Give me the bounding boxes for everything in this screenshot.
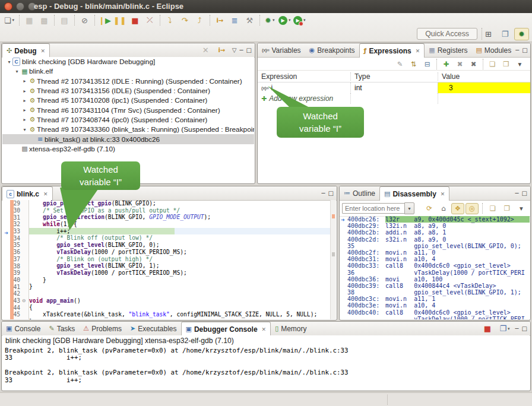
gutter-row[interactable]: 41 (2, 283, 28, 290)
minimize-icon[interactable]: ─ (515, 325, 519, 332)
show-type-names-icon[interactable]: ✎ (393, 58, 407, 69)
skip-all-breakpoints-icon[interactable]: ⊘ (77, 14, 92, 27)
expressions-tab-variables[interactable]: (x)=Variables (258, 43, 305, 57)
debug-launch-icon[interactable]: ✹▾ (262, 14, 277, 27)
debug-tree-item[interactable]: ≡blink_task() at blink.c:33 0x400dbc26 (2, 134, 254, 144)
editor-tab-blink.c[interactable]: cblink.c✕ (2, 186, 53, 201)
minimize-icon[interactable]: ─ (515, 47, 519, 53)
gutter-row[interactable]: 39 (2, 269, 28, 277)
fold-marker-icon[interactable]: ⊖ (20, 298, 27, 303)
save-icon[interactable]: ▦ (22, 14, 37, 27)
disconnect-icon[interactable]: ⤫ (142, 14, 157, 27)
debug-tree-item[interactable]: ▸⚙Thread #7 1073408744 (ipc0) (Suspended… (2, 115, 254, 125)
gutter-row[interactable]: 31 (2, 214, 28, 221)
overview-ruler[interactable] (330, 200, 336, 319)
collapse-all-icon[interactable]: ⊟ (420, 58, 434, 69)
sync-context-icon[interactable]: ❖ (451, 203, 464, 214)
external-tools-icon[interactable]: ▶▾ (292, 14, 307, 27)
tree-twisty-icon[interactable]: ▾ (21, 127, 28, 132)
debug-tree-item[interactable]: ▾▦blink.elf (2, 66, 254, 76)
view-menu-icon[interactable]: ▾ (515, 203, 528, 214)
tree-twisty-icon[interactable]: ▸ (21, 78, 28, 84)
debug-tree-item[interactable]: ▩xtensa-esp32-elf-gdb (7.10) (2, 144, 254, 154)
gutter-row[interactable]: 40 (2, 277, 28, 284)
maximize-icon[interactable]: □ (328, 190, 334, 196)
console-tab-memory[interactable]: ▯Memory (271, 322, 311, 335)
pin-view-icon[interactable]: ❐ (501, 203, 514, 214)
debug-perspective-icon[interactable]: ✹ (514, 28, 529, 40)
close-icon[interactable]: ✕ (262, 326, 267, 332)
run-launch-icon[interactable]: ▶▾ (277, 14, 292, 27)
view-menu-icon[interactable]: ▽ (232, 47, 237, 53)
show-logical-structures-icon[interactable]: ⇅ (407, 58, 420, 69)
trace-control-icon[interactable]: ⚒ (242, 14, 257, 27)
console-output[interactable]: Breakpoint 2, blink_task (pvParameter=0x… (2, 347, 530, 390)
terminate-console-icon[interactable]: ■ (480, 322, 495, 335)
expressions-tab-expressions[interactable]: ƒExpressions✕ (359, 43, 425, 58)
debug-tree-item[interactable]: ▸⚙Thread #2 1073413512 (IDLE : Running) … (2, 77, 254, 86)
expressions-tab-registers[interactable]: ▦Registers (425, 43, 471, 57)
console-tab-executables[interactable]: ➤Executables (126, 322, 181, 335)
new-view-icon[interactable]: ❏ (486, 58, 499, 69)
minimize-button[interactable] (16, 2, 24, 11)
gutter-row[interactable] (2, 318, 28, 321)
quick-access-button[interactable]: Quick Access (417, 28, 477, 40)
debug-tree-item[interactable]: ▸⚙Thread #6 1073431104 (Tmr Svc) (Suspen… (2, 105, 254, 115)
remove-all-expressions-icon[interactable]: ✖ (467, 58, 480, 69)
gutter-row[interactable]: 44 (2, 304, 28, 311)
gutter-row[interactable]: 42 (2, 290, 28, 297)
console-tab-problems[interactable]: ⚠Problems (79, 322, 126, 335)
minimize-icon[interactable]: ─ (322, 190, 325, 196)
suspend-icon[interactable]: ❚❚ (112, 14, 128, 27)
open-perspective-icon[interactable]: ⊞ (481, 28, 496, 40)
home-icon[interactable]: ⌂ (437, 203, 450, 214)
minimize-icon[interactable]: ─ (240, 47, 243, 53)
console-tab-console[interactable]: ▣Console (2, 322, 45, 335)
close-icon[interactable]: ✕ (416, 48, 420, 54)
gutter-row[interactable]: 43⊖ (2, 297, 28, 304)
debug-tree-item[interactable]: ▾Cblink checking [GDB Hardware Debugging… (2, 57, 254, 66)
step-into-icon[interactable]: ⤵ (163, 14, 178, 27)
gutter-row[interactable]: 38 (2, 262, 28, 269)
maximize-icon[interactable]: □ (522, 47, 527, 53)
new-wizard-icon[interactable]: ❏▾ (2, 14, 17, 27)
close-icon[interactable]: ✕ (441, 191, 445, 197)
location-dropdown-icon[interactable]: ▼ (404, 202, 414, 214)
gutter-row[interactable]: 36 (2, 249, 28, 256)
view-menu-icon[interactable]: ▾ (513, 58, 527, 69)
tree-twisty-icon[interactable]: ▸ (21, 98, 28, 103)
add-expression-icon[interactable]: ✚ (439, 58, 453, 69)
editor-gutter[interactable]: 29303132➜3334353637383940414243⊖4445 (2, 200, 29, 319)
debug-tree-item[interactable]: ▸⚙Thread #3 1073413156 (IDLE) (Suspended… (2, 86, 254, 96)
new-view-icon[interactable]: ❏ (486, 203, 499, 214)
console-tab-tasks[interactable]: ✎Tasks (45, 322, 79, 335)
close-icon[interactable]: ✕ (43, 191, 48, 197)
remove-expression-icon[interactable]: ✖ (453, 58, 467, 69)
step-return-icon[interactable]: ⤴ (192, 14, 207, 27)
instruction-step-toggle-icon[interactable]: i→ (214, 44, 229, 56)
disassembly-tab-outline[interactable]: ≔Outline (340, 186, 379, 200)
disassembly-tab-disassembly[interactable]: ▤Disassembly✕ (379, 186, 449, 201)
debug-tree-item[interactable]: ▾⚙Thread #9 1073433360 (blink_task : Run… (2, 125, 254, 134)
maximize-icon[interactable]: □ (246, 47, 252, 53)
gutter-row[interactable]: 45 (2, 311, 28, 318)
debug-sourcelookup-icon[interactable]: ≣ (227, 14, 242, 27)
gutter-row[interactable]: 29 (2, 200, 28, 207)
show-source-icon[interactable]: ◎ (466, 203, 479, 214)
close-icon[interactable]: ✕ (41, 48, 46, 54)
disassembly-content[interactable]: ➜400dbc26:l32r a9, 0x400d045c <_stext+10… (340, 216, 530, 319)
save-all-icon[interactable]: ▩ (37, 14, 52, 27)
close-button[interactable] (4, 2, 12, 11)
gutter-row[interactable]: 35 (2, 242, 28, 249)
step-over-icon[interactable]: ↷ (178, 14, 192, 27)
minimize-icon[interactable]: ─ (515, 190, 519, 196)
gutter-row[interactable]: ➜33 (2, 228, 28, 235)
resource-perspective-icon[interactable]: ❐ (498, 28, 512, 40)
tree-twisty-icon[interactable]: ▸ (21, 117, 28, 122)
tree-twisty-icon[interactable]: ▾ (6, 59, 12, 65)
tree-twisty-icon[interactable]: ▾ (14, 69, 20, 74)
build-icon[interactable]: ▤ (57, 14, 72, 27)
location-input[interactable] (342, 203, 404, 214)
tree-twisty-icon[interactable]: ▸ (21, 107, 28, 113)
maximize-icon[interactable]: □ (522, 325, 527, 332)
